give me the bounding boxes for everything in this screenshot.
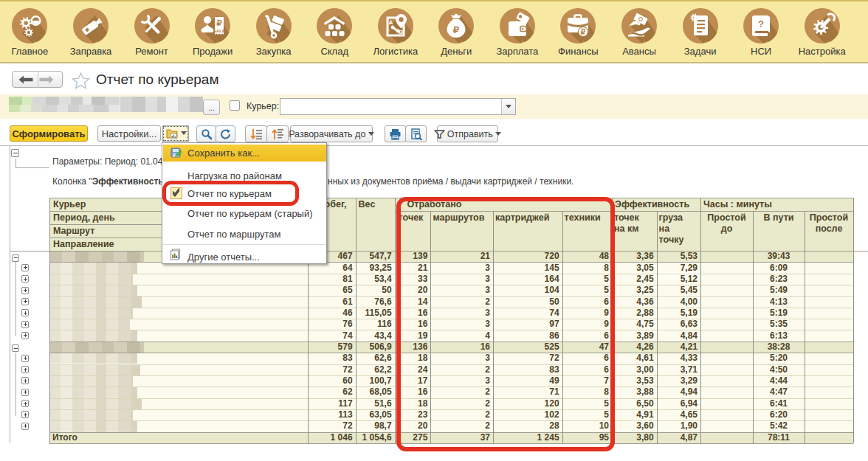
svg-text:?: ?: [758, 18, 764, 30]
svg-text:₽: ₽: [217, 18, 222, 27]
svg-text:A: A: [388, 19, 393, 26]
svg-text:₽: ₽: [453, 24, 460, 35]
svg-text:₽: ₽: [581, 28, 586, 36]
svg-text:SALE: SALE: [213, 29, 225, 33]
